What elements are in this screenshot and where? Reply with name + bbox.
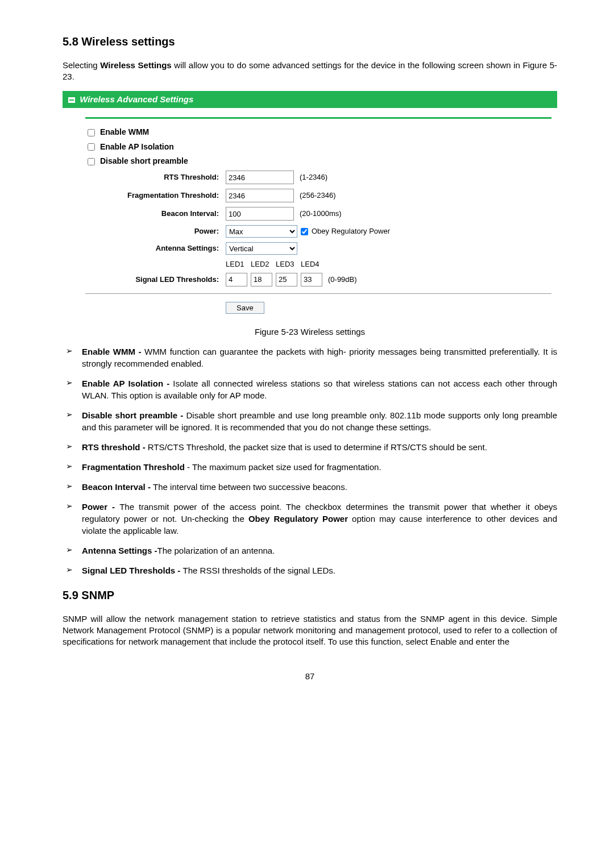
bullet-fragmentation: Fragmentation Threshold - The maximum pa…: [63, 461, 557, 473]
frag-label: Fragmentation Threshold:: [85, 190, 226, 201]
led-hint: (0-99dB): [328, 275, 357, 285]
bullet-rts-threshold: RTS threshold - RTS/CTS Threshold, the p…: [63, 441, 557, 453]
beacon-label: Beacon Interval:: [85, 209, 226, 219]
led1-header: LED1: [226, 259, 246, 269]
obey-regulatory-label: Obey Regulatory Power: [312, 226, 390, 236]
section-heading-snmp: 5.9 SNMP: [63, 588, 557, 603]
obey-regulatory-checkbox[interactable]: [301, 228, 308, 235]
bullet-power: Power - The transmit power of the access…: [63, 501, 557, 537]
beacon-input[interactable]: [226, 207, 294, 221]
frag-input[interactable]: [226, 189, 294, 202]
rts-input[interactable]: [226, 171, 294, 184]
antenna-row: Antenna Settings: Vertical: [85, 242, 551, 255]
beacon-hint: (20-1000ms): [300, 209, 342, 219]
disable-short-preamble-checkbox[interactable]: [88, 158, 95, 165]
antenna-select[interactable]: Vertical: [226, 242, 297, 255]
panel-header: Wireless Advanced Settings: [63, 91, 557, 108]
disable-short-preamble-label: Disable short preamble: [100, 156, 188, 165]
power-row: Power: Max Obey Regulatory Power: [85, 225, 551, 238]
power-select[interactable]: Max: [226, 225, 297, 238]
enable-ap-isolation-row: Enable AP Isolation: [85, 142, 551, 153]
wireless-advanced-panel: Wireless Advanced Settings Enable WMM En…: [63, 91, 557, 321]
led2-input[interactable]: [251, 273, 272, 286]
divider-bottom: [85, 293, 551, 294]
power-label: Power:: [85, 226, 226, 236]
beacon-row: Beacon Interval: (20-1000ms): [85, 207, 551, 221]
rts-label: RTS Threshold:: [85, 172, 226, 182]
enable-ap-isolation-checkbox[interactable]: [88, 143, 95, 151]
led1-input[interactable]: [226, 273, 247, 286]
led-headers: LED1 LED2 LED3 LED4: [226, 259, 321, 269]
bullet-enable-ap-isolation: Enable AP Isolation - Isolate all connec…: [63, 377, 557, 401]
disable-short-preamble-row: Disable short preamble: [85, 156, 551, 167]
intro-bold: Wireless Settings: [100, 60, 171, 70]
rts-row: RTS Threshold: (1-2346): [85, 171, 551, 184]
snmp-paragraph: SNMP will allow the network management s…: [63, 613, 557, 648]
collapse-icon: [68, 97, 75, 103]
bullet-disable-short-preamble: Disable short preamble - Disable short p…: [63, 409, 557, 433]
bullet-beacon-interval: Beacon Interval - The interval time betw…: [63, 481, 557, 493]
frag-hint: (256-2346): [300, 190, 336, 201]
bullet-enable-wmm: Enable WMM - WMM function can guarantee …: [63, 346, 557, 369]
led-label: Signal LED Thresholds:: [85, 275, 226, 285]
enable-wmm-checkbox[interactable]: [88, 129, 95, 136]
frag-row: Fragmentation Threshold: (256-2346): [85, 189, 551, 202]
divider: [85, 117, 551, 119]
save-button[interactable]: Save: [226, 302, 264, 314]
panel-header-title: Wireless Advanced Settings: [80, 94, 193, 104]
section-heading-wireless: 5.8 Wireless settings: [63, 34, 557, 49]
page-number: 87: [63, 671, 557, 682]
rts-hint: (1-2346): [300, 172, 327, 182]
led3-header: LED3: [276, 259, 296, 269]
intro-before: Selecting: [63, 60, 100, 70]
bullet-signal-led-thresholds: Signal LED Thresholds - The RSSI thresho…: [63, 564, 557, 576]
svg-rect-1: [69, 99, 74, 101]
antenna-label: Antenna Settings:: [85, 243, 226, 254]
led-header-row: LED1 LED2 LED3 LED4: [85, 259, 551, 272]
enable-wmm-label: Enable WMM: [100, 127, 149, 136]
led-row: Signal LED Thresholds: (0-99dB): [85, 273, 551, 286]
led3-input[interactable]: [276, 273, 297, 286]
description-list: Enable WMM - WMM function can guarantee …: [63, 346, 557, 576]
bullet-antenna-settings: Antenna Settings -The polarization of an…: [63, 545, 557, 556]
intro-paragraph: Selecting Wireless Settings will allow y…: [63, 60, 557, 83]
led4-header: LED4: [301, 259, 321, 269]
figure-caption: Figure 5-23 Wireless settings: [63, 326, 557, 338]
enable-wmm-row: Enable WMM: [85, 127, 551, 138]
enable-ap-isolation-label: Enable AP Isolation: [100, 142, 174, 151]
led2-header: LED2: [251, 259, 271, 269]
led4-input[interactable]: [301, 273, 322, 286]
